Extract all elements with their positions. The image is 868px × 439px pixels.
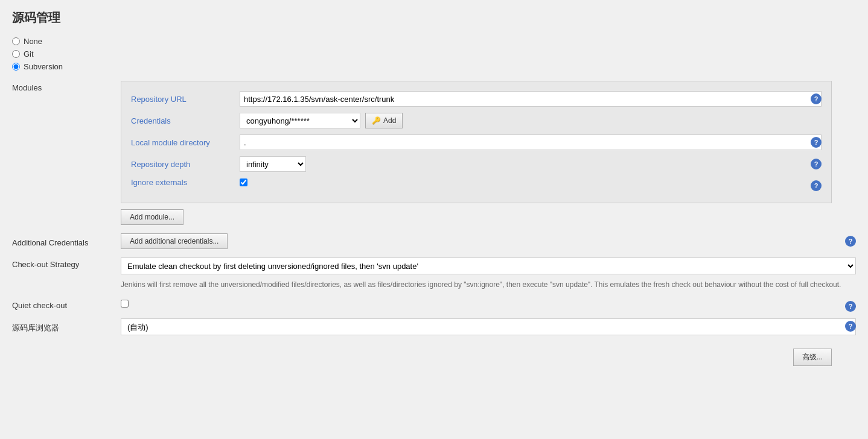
repo-url-label: Repository URL [131, 95, 240, 104]
scm-none-label[interactable]: None [24, 37, 42, 46]
additional-cred-help-icon[interactable]: ? [845, 236, 856, 247]
credentials-select[interactable]: congyuhong/****** [240, 113, 360, 128]
additional-cred-label: Additional Credentials [12, 236, 121, 247]
repo-url-input[interactable] [240, 91, 822, 107]
scm-subversion-label[interactable]: Subversion [24, 62, 63, 71]
scm-none-radio[interactable] [12, 37, 20, 45]
quiet-checkout-content [121, 300, 856, 309]
add-credentials-label: Add [383, 116, 396, 125]
scm-none-row: None [12, 37, 856, 46]
local-dir-label: Local module directory [131, 138, 240, 147]
checkout-description: Jenkins will first remove all the unvers… [121, 279, 856, 290]
add-additional-credentials-button[interactable]: Add additional credentials... [121, 233, 228, 249]
scm-git-label[interactable]: Git [24, 49, 34, 58]
additional-cred-content: Add additional credentials... [121, 233, 856, 249]
repo-depth-control: infinity immediates files empty [240, 156, 822, 172]
repo-url-help-icon[interactable]: ? [811, 93, 822, 104]
local-dir-help-icon[interactable]: ? [811, 137, 822, 148]
credentials-label: Credentials [131, 116, 240, 125]
page-title: 源码管理 [12, 10, 856, 26]
ignore-ext-control [240, 178, 822, 186]
scm-subversion-row: Subversion [12, 62, 856, 71]
key-icon: 🔑 [372, 116, 381, 125]
browser-help-icon[interactable]: ? [845, 321, 856, 332]
local-dir-control [240, 134, 822, 150]
browser-content: (自动) [121, 318, 856, 335]
quiet-checkout-checkbox[interactable] [121, 300, 129, 308]
checkout-strategy-select[interactable]: Emulate clean checkout by first deleting… [121, 257, 856, 274]
checkout-strategy-content: Emulate clean checkout by first deleting… [121, 257, 856, 290]
add-module-button[interactable]: Add module... [121, 209, 183, 225]
repo-depth-select[interactable]: infinity immediates files empty [240, 156, 306, 172]
browser-select[interactable]: (自动) [121, 318, 856, 335]
repo-url-control [240, 91, 822, 107]
repo-depth-label: Repository depth [131, 160, 240, 169]
local-dir-input[interactable] [240, 134, 822, 150]
quiet-checkout-help-icon[interactable]: ? [845, 301, 856, 312]
browser-label: 源码库浏览器 [12, 320, 121, 333]
ignore-externals-checkbox[interactable] [240, 178, 247, 186]
add-credentials-button[interactable]: 🔑 Add [365, 113, 403, 128]
scm-git-row: Git [12, 49, 856, 58]
ignore-ext-label: Ignore externals [131, 178, 240, 187]
ignore-ext-help-icon[interactable]: ? [811, 180, 822, 191]
module-box: Repository URL ? Credentials congyuhong/… [121, 81, 832, 203]
repo-depth-help-icon[interactable]: ? [811, 159, 822, 169]
modules-label: Modules [12, 81, 121, 92]
credentials-control: congyuhong/****** 🔑 Add [240, 113, 822, 128]
advanced-button[interactable]: 高级... [793, 349, 832, 366]
scm-subversion-radio[interactable] [12, 63, 20, 71]
scm-git-radio[interactable] [12, 50, 20, 58]
checkout-strategy-label: Check-out Strategy [12, 257, 121, 269]
quiet-checkout-label: Quiet check-out [12, 298, 121, 310]
modules-content: Repository URL ? Credentials congyuhong/… [121, 81, 856, 225]
